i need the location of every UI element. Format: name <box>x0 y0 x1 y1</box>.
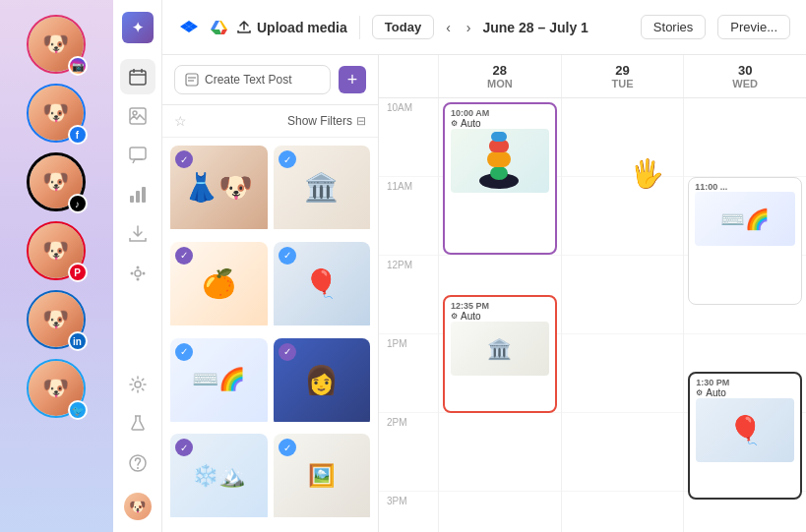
media-item[interactable]: 🏛️ ✓ <box>274 146 371 236</box>
media-item[interactable]: ❄️🏔️ ✓ <box>170 434 268 524</box>
day-slot <box>562 98 684 177</box>
day-slot <box>684 98 806 177</box>
twitter-badge: 🐦 <box>68 400 88 420</box>
toolbar-download-icon[interactable] <box>120 216 155 252</box>
dropbox-icon <box>178 17 200 38</box>
calendar-event[interactable]: 1:30 PM ⚙ Auto 🎈 <box>688 372 802 500</box>
media-grid: 👗🐶 ✓ 🏛️ ✓ 🍊 ✓ 🎈 ✓ <box>162 138 378 532</box>
media-item[interactable]: 👗🐶 ✓ <box>170 146 268 236</box>
svg-point-12 <box>142 272 145 275</box>
day-slot <box>439 413 561 492</box>
next-button[interactable]: › <box>463 16 475 39</box>
toolbar-gear-icon[interactable] <box>120 367 155 402</box>
svg-rect-7 <box>130 196 134 203</box>
today-button[interactable]: Today <box>372 15 434 39</box>
event-label: ⚙ Auto <box>451 311 549 322</box>
tiktok-badge: ♪ <box>68 194 88 213</box>
time-slot-2pm: 2PM <box>379 413 438 492</box>
preview-button[interactable]: Previe... <box>717 15 790 39</box>
svg-rect-0 <box>130 71 146 85</box>
prev-button[interactable]: ‹ <box>442 16 455 39</box>
event-label: ⚙ Auto <box>696 387 794 398</box>
media-check-mark: ✓ <box>175 343 193 361</box>
svg-point-5 <box>133 111 137 115</box>
time-slot-12pm: 12PM <box>379 256 438 334</box>
toolbar-help-icon[interactable] <box>120 445 155 481</box>
media-item[interactable]: ⌨️🌈 ✓ <box>170 338 268 429</box>
svg-rect-8 <box>136 191 140 203</box>
media-item[interactable]: 👩 ✓ <box>274 338 371 429</box>
filter-bar: ☆ Show Filters ⊟ <box>162 105 378 138</box>
create-text-button[interactable]: Create Text Post <box>174 65 331 94</box>
event-image: ⌨️🌈 <box>695 192 795 246</box>
avatar-tiktok[interactable]: 🐶 ♪ <box>27 152 88 213</box>
toolbar-flask-icon[interactable] <box>120 406 155 442</box>
svg-point-11 <box>130 272 133 275</box>
svg-point-14 <box>136 278 139 281</box>
upload-section: Upload media <box>178 17 347 38</box>
event-image: 🎈 <box>696 398 794 462</box>
calendar-area: 28 MON 29 TUE 30 WED 10AM 11AM 12PM <box>379 55 806 532</box>
time-column: 10AM 11AM 12PM 1PM 2PM 3PM <box>379 98 438 532</box>
media-item[interactable]: 🎈 ✓ <box>274 242 371 332</box>
toolbar-image-icon[interactable] <box>120 98 155 134</box>
calendar-body: 10AM 11AM 12PM 1PM 2PM 3PM <box>379 98 806 532</box>
day-column-wed: 11:00 ... ⌨️🌈 1:30 PM ⚙ Auto 🎈 <box>683 98 806 532</box>
calendar-event[interactable]: 11:00 ... ⌨️🌈 <box>688 177 802 305</box>
upload-media-button[interactable]: Upload media <box>237 20 347 35</box>
day-slot <box>562 256 684 334</box>
stories-button[interactable]: Stories <box>641 15 706 39</box>
svg-rect-18 <box>186 74 198 86</box>
toolbar-message-icon[interactable] <box>120 138 155 173</box>
avatar-twitter[interactable]: 🐶 🐦 <box>27 359 88 420</box>
content-body: Create Text Post + ☆ Show Filters ⊟ 👗🐶 ✓ <box>162 55 806 532</box>
top-bar: Upload media Today ‹ › June 28 – July 1 … <box>162 0 806 55</box>
linkedin-badge: in <box>68 331 88 351</box>
svg-rect-4 <box>130 108 146 124</box>
event-time: 1:30 PM <box>696 378 794 387</box>
toolbar-settings2-icon[interactable] <box>120 256 155 291</box>
media-check-mark: ✓ <box>175 150 193 168</box>
pinterest-badge: P <box>68 263 88 282</box>
time-spacer <box>379 55 438 97</box>
day-slot <box>562 413 684 492</box>
avatar-facebook[interactable]: 🐶 f <box>27 84 88 145</box>
day-header-mon: 28 MON <box>438 55 561 97</box>
date-range: June 28 – July 1 <box>482 20 588 35</box>
logo-area: ✦ <box>118 8 157 47</box>
media-toolbar: Create Text Post + <box>162 55 378 105</box>
app-logo: ✦ <box>122 12 154 43</box>
svg-rect-9 <box>142 187 146 203</box>
svg-rect-22 <box>490 166 508 180</box>
svg-point-10 <box>135 270 141 276</box>
calendar-event[interactable]: 10:00 AM ⚙ Auto <box>443 102 557 255</box>
svg-rect-23 <box>487 151 511 167</box>
day-slot <box>562 334 684 413</box>
facebook-badge: f <box>68 125 88 145</box>
media-item[interactable]: 🍊 ✓ <box>170 242 268 332</box>
add-button[interactable]: + <box>339 66 366 93</box>
avatar-pinterest[interactable]: 🐶 P <box>27 221 88 282</box>
calendar-event[interactable]: 12:35 PM ⚙ Auto 🏛️ <box>443 295 557 413</box>
svg-point-13 <box>136 266 139 269</box>
media-item[interactable]: 🖼️ ✓ <box>274 434 371 524</box>
time-slot-11am: 11AM <box>379 177 438 256</box>
calendar-header: 28 MON 29 TUE 30 WED <box>379 55 806 98</box>
avatar-instagram[interactable]: 🐶 📷 <box>27 15 88 76</box>
show-filters-button[interactable]: Show Filters ⊟ <box>287 114 366 128</box>
calendar-nav: Today ‹ › June 28 – July 1 <box>372 15 629 39</box>
avatar-linkedin[interactable]: 🐶 in <box>27 290 88 351</box>
day-column-mon: 10:00 AM ⚙ Auto <box>438 98 561 532</box>
time-slot-1pm: 1PM <box>379 334 438 413</box>
toolbar-profile-icon[interactable]: 🐶 <box>120 489 155 524</box>
day-header-tue: 29 TUE <box>561 55 684 97</box>
toolbar-analytics-icon[interactable] <box>120 177 155 212</box>
toolbar-calendar-icon[interactable] <box>120 59 155 94</box>
media-check-mark: ✓ <box>279 343 296 361</box>
time-slot-3pm: 3PM <box>379 492 438 532</box>
star-filter-icon[interactable]: ☆ <box>174 113 187 129</box>
event-time: 10:00 AM <box>451 108 549 118</box>
day-header-wed: 30 WED <box>683 55 806 97</box>
top-bar-separator <box>359 16 360 39</box>
media-check-mark: ✓ <box>279 247 296 265</box>
